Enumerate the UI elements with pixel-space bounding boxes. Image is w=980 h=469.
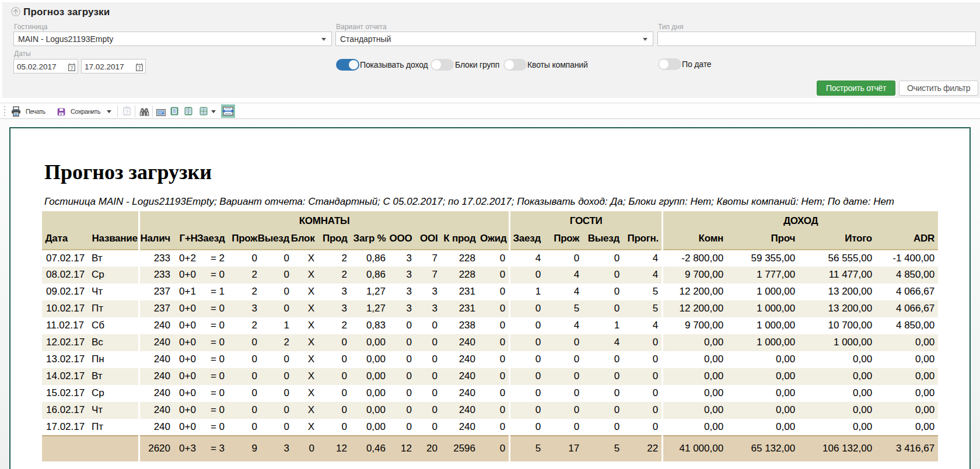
svg-text:7: 7 [71, 65, 74, 71]
svg-text:7: 7 [138, 65, 141, 71]
svg-text:?: ? [125, 109, 128, 115]
